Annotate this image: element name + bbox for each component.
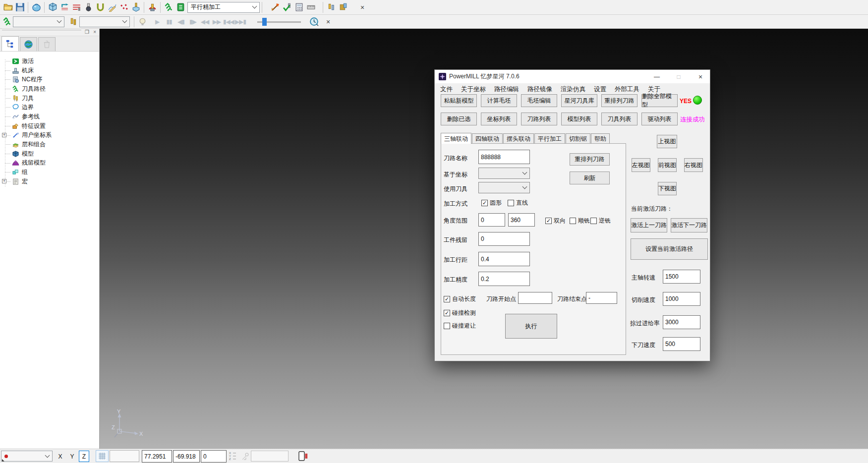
tree-item-levels[interactable]: 层和组合 <box>0 140 99 149</box>
tab-head-tilt[interactable]: 摆头联动 <box>503 133 534 144</box>
tool-holder-icon[interactable] <box>146 1 158 13</box>
set-active-path-button[interactable]: 设置当前激活路径 <box>631 238 708 260</box>
tool-database-icon[interactable] <box>337 1 349 13</box>
xyz-list-icon[interactable]: XYZ <box>229 451 238 461</box>
tree-item-boundaries[interactable]: 边界 <box>0 103 99 112</box>
toolpath-name-input[interactable] <box>478 150 530 164</box>
tab-parallel[interactable]: 平行加工 <box>534 133 565 144</box>
tab-3axis[interactable]: 三轴联动 <box>441 133 471 144</box>
pattern-points-icon[interactable] <box>118 1 130 13</box>
view-bottom-button[interactable]: 下视图 <box>658 182 677 195</box>
graphics-viewport[interactable]: Y X Z PowerMILL 忆梦星河 7.0.6 — □ × 文件 关于坐标… <box>100 29 868 449</box>
tool-library-button[interactable]: 星河刀具库 <box>561 94 597 107</box>
skim-input[interactable] <box>663 315 700 329</box>
speed-slider[interactable] <box>257 17 301 26</box>
minimize-icon[interactable]: — <box>647 70 666 83</box>
refresh-button[interactable]: 刷新 <box>570 172 610 184</box>
cursor-y-input[interactable] <box>173 450 200 463</box>
calc-block-button[interactable]: 计算毛坯 <box>481 94 517 107</box>
maximize-icon[interactable]: □ <box>669 70 688 83</box>
conventional-checkbox[interactable]: 逆铣 <box>590 217 611 225</box>
cursor-z-input[interactable] <box>201 450 227 463</box>
menu-file[interactable]: 文件 <box>440 85 453 94</box>
paste-new-model-button[interactable]: 粘贴新模型 <box>441 94 477 107</box>
block-icon[interactable] <box>47 1 58 13</box>
execute-button[interactable]: 执行 <box>505 314 557 339</box>
tab-explorer-globe[interactable] <box>20 37 37 51</box>
block-edit-button[interactable]: 毛坯编辑 <box>521 94 557 107</box>
play-icon[interactable]: ▶ <box>151 18 163 25</box>
menu-coords[interactable]: 关于坐标 <box>461 85 486 94</box>
delete-all-models-button[interactable]: 删除全部模型 <box>641 94 678 107</box>
close-panel-icon[interactable]: × <box>93 29 96 35</box>
spindle-input[interactable] <box>663 270 700 284</box>
tree-item-groups[interactable]: 组 <box>0 168 99 177</box>
angle-start-input[interactable] <box>478 213 505 227</box>
tree-item-tools[interactable]: 刀具 <box>0 94 99 103</box>
menu-path-mirror[interactable]: 路径镜像 <box>527 85 552 94</box>
view-right-button[interactable]: 右视图 <box>684 158 703 172</box>
plunge-input[interactable] <box>663 337 700 351</box>
float-panel-icon[interactable]: ❐ <box>85 29 89 35</box>
shaded-view-icon[interactable] <box>30 1 42 13</box>
tree-item-patterns[interactable]: 参考线 <box>0 112 99 121</box>
axis-x-button[interactable]: X <box>55 451 65 462</box>
tree-item-feature-sets[interactable]: 特征设置 <box>0 121 99 131</box>
slider-handle[interactable] <box>262 18 267 26</box>
tolerance-status-input[interactable] <box>251 451 289 462</box>
grid-size-input[interactable] <box>110 450 139 462</box>
tree-item-toolpaths[interactable]: 刀具路径 <box>0 84 99 94</box>
view-top-button[interactable]: 上视图 <box>657 135 677 148</box>
close-icon[interactable]: × <box>691 70 710 83</box>
leads-links-icon[interactable] <box>94 1 106 13</box>
clock-icon[interactable] <box>308 16 320 28</box>
tree-item-stock-models[interactable]: 残留模型 <box>0 159 99 168</box>
axis-z-button[interactable]: Z <box>79 451 89 462</box>
collision-avoid-checkbox[interactable]: 碰撞避让 <box>444 322 476 330</box>
calculator-icon[interactable] <box>293 1 305 13</box>
tree-item-activate[interactable]: 激活 <box>0 57 99 66</box>
tab-explorer-tree[interactable] <box>1 36 19 51</box>
tree-item-models[interactable]: 模型 <box>0 149 99 159</box>
toolpath-list-button[interactable]: 刀路列表 <box>521 113 557 125</box>
stock-input[interactable] <box>478 232 530 246</box>
go-to-start-icon[interactable]: ▮◀◀ <box>223 18 234 25</box>
activate-prev-button[interactable]: 激活上一刀路 <box>631 218 667 232</box>
edit-curve-icon[interactable] <box>106 1 118 13</box>
pause-icon[interactable]: ▮▮ <box>163 18 175 25</box>
tool-block-icon[interactable] <box>130 1 142 13</box>
panel-grip[interactable] <box>2 29 81 30</box>
sim-tool-combobox[interactable] <box>79 16 130 27</box>
tree-item-machine[interactable]: 机床 <box>0 66 99 75</box>
ball-tool-icon[interactable] <box>82 1 94 13</box>
view-front-button[interactable]: 前视图 <box>658 158 677 172</box>
tab-explorer-trash[interactable] <box>38 37 56 51</box>
activate-next-button[interactable]: 激活下一刀路 <box>671 218 707 232</box>
expand-icon[interactable]: + <box>2 179 6 183</box>
toolbar-close-icon[interactable]: × <box>324 18 333 26</box>
mode-circle-checkbox[interactable]: ✓圆形 <box>481 199 502 207</box>
save-project-icon[interactable] <box>14 1 26 13</box>
axis-y-button[interactable]: Y <box>67 451 77 462</box>
mode-line-checkbox[interactable]: 直线 <box>508 199 528 207</box>
menu-path-edit[interactable]: 路径编辑 <box>494 85 519 94</box>
drive-list-button[interactable]: 驱动列表 <box>641 113 678 125</box>
menu-render-sim[interactable]: 渲染仿真 <box>561 85 585 94</box>
auto-length-checkbox[interactable]: ✓自动长度 <box>444 295 476 303</box>
tool-pair-icon[interactable] <box>325 1 337 13</box>
tree-item-macros[interactable]: + 宏 <box>0 177 99 186</box>
model-list-button[interactable]: 模型列表 <box>561 113 597 125</box>
rapid-move-icon[interactable] <box>58 1 70 13</box>
cutting-input[interactable] <box>663 292 700 306</box>
view-left-button[interactable]: 左视图 <box>632 158 650 172</box>
fast-forward-icon[interactable]: ▶▶ <box>211 18 223 25</box>
bidirectional-checkbox[interactable]: ✓双向 <box>545 217 566 225</box>
toolbar-close-icon[interactable]: × <box>358 3 367 11</box>
dialog-titlebar[interactable]: PowerMILL 忆梦星河 7.0.6 — □ × <box>435 70 710 83</box>
nc-program-tool-icon[interactable] <box>269 1 281 13</box>
go-to-end-icon[interactable]: ▶▶▮ <box>234 18 246 25</box>
tool-combobox[interactable] <box>478 182 530 193</box>
step-forward-icon[interactable]: ▮▶ <box>187 18 199 25</box>
open-project-icon[interactable] <box>2 1 14 13</box>
menu-external-tools[interactable]: 外部工具 <box>615 85 639 94</box>
